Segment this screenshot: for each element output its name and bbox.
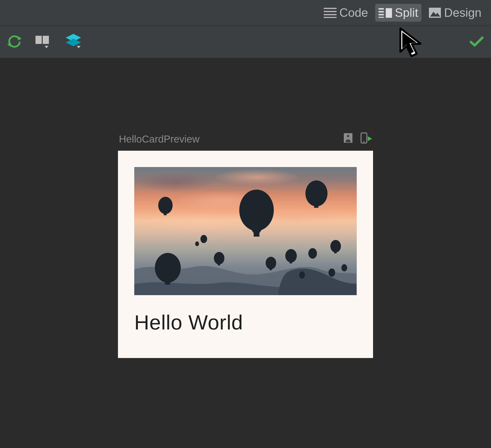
layers-icon xyxy=(65,34,82,50)
svg-point-26 xyxy=(305,180,328,206)
preview-name-label: HelloCardPreview xyxy=(119,133,199,145)
tab-design-label: Design xyxy=(444,6,482,20)
svg-point-20 xyxy=(347,135,349,137)
hello-card-preview: Hello World xyxy=(118,151,373,358)
svg-rect-27 xyxy=(314,205,318,208)
view-mode-tabs: Code Split xyxy=(0,0,491,26)
tab-split[interactable]: Split xyxy=(375,4,422,22)
svg-marker-11 xyxy=(18,36,22,40)
preview-actions xyxy=(343,132,372,146)
tab-design[interactable]: Design xyxy=(425,4,485,22)
svg-point-32 xyxy=(200,235,207,243)
interactive-preview-button[interactable] xyxy=(343,133,353,146)
split-view-icon xyxy=(378,8,392,18)
svg-point-35 xyxy=(266,257,276,269)
card-title: Hello World xyxy=(134,311,357,334)
app-root: Code Split xyxy=(0,0,491,448)
refresh-icon xyxy=(7,34,22,50)
deploy-device-icon xyxy=(360,132,372,146)
svg-rect-38 xyxy=(290,262,292,263)
svg-rect-29 xyxy=(164,214,167,215)
code-lines-icon xyxy=(324,8,337,18)
svg-point-40 xyxy=(330,240,341,253)
svg-rect-6 xyxy=(378,14,384,15)
status-ok-button[interactable] xyxy=(469,36,484,48)
preview-composable: HelloCardPreview xyxy=(118,132,373,358)
layers-button[interactable] xyxy=(65,34,82,50)
refresh-button[interactable] xyxy=(7,34,22,50)
tab-split-label: Split xyxy=(395,6,418,20)
svg-point-33 xyxy=(214,252,224,264)
preview-canvas[interactable]: HelloCardPreview xyxy=(0,58,491,448)
svg-rect-13 xyxy=(36,36,42,44)
tab-code[interactable]: Code xyxy=(320,4,372,22)
surface-picker-button[interactable] xyxy=(36,35,51,49)
svg-point-43 xyxy=(341,264,347,271)
svg-marker-23 xyxy=(368,136,372,141)
svg-marker-17 xyxy=(66,39,81,46)
svg-point-42 xyxy=(329,269,335,277)
svg-rect-31 xyxy=(165,282,170,285)
svg-point-22 xyxy=(363,141,365,142)
svg-point-44 xyxy=(299,271,305,279)
svg-rect-4 xyxy=(378,8,384,10)
preview-toolbar xyxy=(0,26,491,58)
svg-marker-15 xyxy=(45,46,48,48)
svg-point-39 xyxy=(308,248,317,259)
interactive-preview-icon xyxy=(343,133,353,146)
svg-rect-36 xyxy=(269,269,272,270)
check-icon xyxy=(469,36,484,48)
svg-rect-5 xyxy=(378,11,384,12)
image-icon xyxy=(429,8,441,18)
preview-header: HelloCardPreview xyxy=(118,132,373,146)
svg-rect-25 xyxy=(254,233,259,237)
svg-point-30 xyxy=(155,253,181,283)
deploy-preview-button[interactable] xyxy=(360,132,372,146)
svg-rect-8 xyxy=(386,8,392,18)
svg-rect-14 xyxy=(43,36,49,44)
svg-point-28 xyxy=(158,197,173,214)
card-hero-image xyxy=(134,167,357,295)
tab-code-label: Code xyxy=(340,6,368,20)
svg-point-45 xyxy=(195,241,199,246)
surface-icon xyxy=(36,35,51,49)
svg-rect-34 xyxy=(218,264,220,265)
svg-rect-41 xyxy=(334,252,337,253)
balloons-illustration xyxy=(134,167,357,295)
svg-rect-7 xyxy=(378,17,384,18)
svg-point-37 xyxy=(285,249,297,263)
svg-point-24 xyxy=(239,190,274,231)
svg-marker-18 xyxy=(77,46,81,48)
